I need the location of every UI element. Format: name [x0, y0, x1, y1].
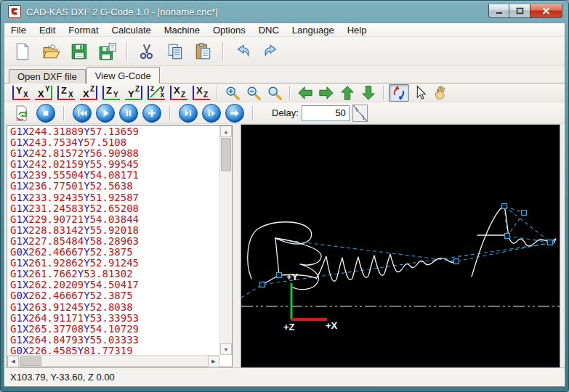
add-icon [145, 106, 159, 121]
menu-help[interactable]: Help [341, 23, 374, 37]
gcode-horizontal-scrollbar[interactable]: ◀ ▶ [7, 355, 219, 367]
a-shape [472, 206, 509, 277]
delay-input[interactable] [302, 105, 350, 121]
save-as-button[interactable] [95, 40, 120, 63]
new-file-button[interactable] [10, 40, 35, 63]
zoom-out-button[interactable] [243, 84, 264, 102]
arrow-right-button[interactable] [316, 84, 336, 102]
signature-stem [275, 238, 279, 275]
rotate-button[interactable] [389, 84, 409, 102]
view-xz-button-8[interactable]: XZ [190, 84, 212, 102]
gcode-lines[interactable]: G1X244.31889Y57.13659G1X243.7534Y57.5108… [10, 126, 219, 354]
copy-icon [166, 42, 185, 61]
toolbar-separator [217, 86, 218, 100]
gcode-list-panel[interactable]: G1X244.31889Y57.13659G1X243.7534Y57.5108… [7, 125, 233, 367]
arrow-down-button[interactable] [358, 84, 379, 102]
signature-b-bumps [275, 238, 321, 290]
menu-dnc[interactable]: DNC [252, 23, 286, 37]
gcode-line: G1X231.24583Y52.65208 [10, 203, 219, 214]
reload-code-icon [12, 105, 30, 122]
new-file-icon [13, 42, 32, 61]
stop-button[interactable] [36, 104, 55, 123]
horizontal-scroll-thumb[interactable] [20, 356, 41, 366]
toolbar-separator [252, 106, 254, 121]
pointer-button[interactable] [410, 84, 430, 102]
paste-button[interactable] [191, 40, 216, 63]
gcode-line: G0X262.46667Y52.3875 [10, 290, 219, 301]
tab-view-g-code[interactable]: View G-Code [86, 67, 160, 83]
toolbar-separator [289, 86, 291, 100]
view-zx-button-2[interactable]: ZX [55, 84, 77, 102]
rotate-icon [391, 85, 407, 101]
arrow-up-button[interactable] [337, 84, 358, 102]
redo-button[interactable] [259, 40, 283, 63]
maximize-button[interactable] [509, 4, 530, 18]
menu-file[interactable]: File [4, 23, 33, 37]
rewind-icon [75, 106, 89, 121]
forward-button[interactable] [225, 104, 244, 123]
menu-calculate[interactable]: Calculate [105, 23, 158, 37]
gcode-line: G0X226.4585Y81.77319 [10, 346, 219, 354]
save-file-button[interactable] [67, 40, 92, 63]
signature-zigzag [316, 254, 456, 281]
view-zy-button-4[interactable]: ZY [100, 84, 122, 102]
cut-button[interactable] [134, 40, 159, 63]
reload-code-button[interactable] [10, 104, 32, 123]
minimize-icon [496, 8, 503, 15]
forward-icon [227, 106, 242, 121]
delay-spinner[interactable]: ↑ ↓ [352, 105, 368, 122]
gcode-line: G1X236.77501Y52.5638 [10, 181, 219, 192]
add-button[interactable] [142, 104, 161, 123]
menu-language[interactable]: Language [286, 23, 341, 37]
view-yz-button-5[interactable]: YZ [123, 84, 145, 102]
scroll-left-button[interactable]: ◀ [7, 356, 19, 367]
scroll-right-button[interactable]: ▶ [208, 356, 219, 367]
menu-edit[interactable]: Edit [33, 23, 62, 37]
view-xy-button-1[interactable]: XY [33, 84, 55, 102]
rewind-button[interactable] [73, 104, 92, 123]
vertical-scroll-thumb[interactable] [221, 138, 231, 171]
view-yx-button-0[interactable]: YX [10, 84, 32, 102]
zoom-button[interactable] [265, 84, 285, 102]
save-as-icon [98, 42, 117, 61]
spin-down-icon[interactable]: ↓ [362, 113, 366, 121]
hand-button[interactable] [431, 84, 451, 102]
scroll-left-icon: ◀ [11, 359, 15, 364]
minimize-button[interactable] [488, 4, 509, 18]
undo-button[interactable] [230, 40, 255, 63]
step-button[interactable] [202, 104, 221, 123]
menu-options[interactable]: Options [206, 23, 252, 37]
menu-machine[interactable]: Machine [158, 23, 206, 37]
undo-icon [233, 42, 252, 61]
z-axis-label: +Z [283, 322, 295, 332]
view-xz-button-3[interactable]: XZ [78, 84, 100, 102]
play-button[interactable] [96, 104, 115, 123]
scroll-down-button[interactable]: ▼ [220, 343, 232, 355]
menu-format[interactable]: Format [62, 23, 105, 37]
main-toolbar [4, 37, 565, 66]
toolbar-separator [63, 106, 65, 121]
selection-handles[interactable] [260, 204, 553, 287]
copy-button[interactable] [163, 40, 187, 63]
view-iso-button[interactable]: zyx [145, 84, 167, 102]
scroll-up-button[interactable]: ▲ [220, 126, 232, 137]
titlebar[interactable]: CAD-KAS DXF 2 G-Code 1.0 - [noname.cnc*] [1, 1, 568, 23]
view-xz-button-7[interactable]: XZ [168, 84, 190, 102]
app-icon[interactable] [8, 5, 21, 18]
arrow-left-button[interactable] [295, 84, 315, 102]
tab-open-dxf-file[interactable]: Open DXF file [9, 69, 86, 83]
spin-up-icon[interactable]: ↑ [355, 105, 358, 113]
gcode-vertical-scrollbar[interactable]: ▲ ▼ [219, 126, 232, 355]
toolbar-separator [383, 86, 384, 100]
pause-button[interactable] [119, 104, 138, 123]
gcode-line: G1X239.55504Y54.08171 [10, 170, 219, 181]
gcode-preview-canvas[interactable]: +Y +Z +X [241, 124, 560, 368]
arrow-left-icon [297, 85, 313, 101]
gcode-line: G1X228.83142Y55.92018 [10, 225, 219, 236]
skip-end-button[interactable] [179, 104, 198, 123]
close-button[interactable] [530, 4, 562, 18]
zoom-in-button[interactable] [222, 84, 243, 102]
open-file-icon [41, 42, 60, 61]
open-file-button[interactable] [39, 40, 63, 63]
scroll-right-icon: ▶ [211, 359, 215, 364]
